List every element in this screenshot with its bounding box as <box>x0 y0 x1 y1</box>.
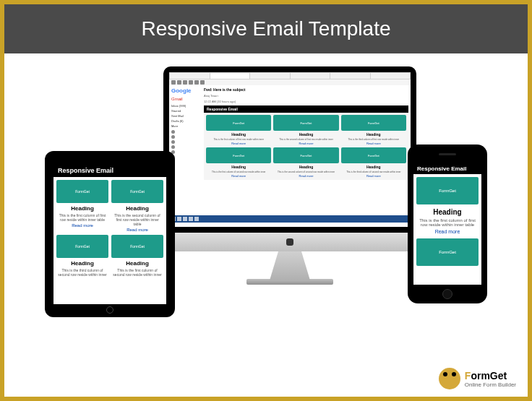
browser-tab[interactable] <box>170 73 210 79</box>
inner-frame: Responsive Email Template <box>4 4 528 397</box>
page-title: Responsive Email Template <box>4 4 528 53</box>
sidebar-item-starred[interactable]: Starred <box>171 109 200 113</box>
content-area: Google Gmail Inbox (999) Starred Sent Ma… <box>4 53 528 397</box>
card-link[interactable]: Read more <box>206 142 271 145</box>
card-text: This is the second column of first row r… <box>273 138 338 141</box>
sidebar-item-drafts[interactable]: Drafts (6) <box>171 119 200 123</box>
iphone-home-button[interactable] <box>442 289 452 299</box>
card-heading: Heading <box>206 132 271 137</box>
device-showcase: Google Gmail Inbox (999) Starred Sent Ma… <box>4 53 528 397</box>
card-image: FormGet <box>416 238 479 266</box>
card-link[interactable]: Read more <box>273 142 338 145</box>
browser-tab[interactable] <box>250 73 290 79</box>
bookmark-bar <box>169 79 411 85</box>
card-image: FormGet <box>341 147 406 163</box>
card-image: FormGet <box>56 180 108 203</box>
formget-mascot-icon <box>439 368 460 389</box>
gmail-interface: Google Gmail Inbox (999) Starred Sent Ma… <box>169 85 411 215</box>
bookmark-icon[interactable] <box>177 80 181 85</box>
browser-tab[interactable] <box>371 73 411 79</box>
card-text: This is the first column of second row r… <box>206 171 271 173</box>
card-heading: Heading <box>111 260 163 267</box>
card-text: This is the third column of second row r… <box>341 171 406 173</box>
email-card: FormGet Heading This is the third column… <box>341 147 406 178</box>
browser-tab[interactable] <box>291 73 330 79</box>
gmail-label[interactable]: Gmail <box>171 97 200 101</box>
formget-logo[interactable]: FormGet Online Form Builder <box>439 368 516 389</box>
email-card: FormGet Heading This is the third column… <box>341 115 406 145</box>
contact-row[interactable] <box>171 155 200 159</box>
bookmark-icon[interactable] <box>194 80 199 85</box>
ipad-card: FormGet Heading This is the first column… <box>111 235 163 277</box>
card-link[interactable]: Read more <box>416 229 479 234</box>
card-text: This is the first column of first row re… <box>56 213 108 222</box>
gmail-main: Fwd: Here is the subject Anuj Tiwari 12:… <box>202 85 411 215</box>
iphone-email-header: Responsive Email <box>413 163 481 174</box>
contact-row[interactable] <box>171 130 200 134</box>
avatar-icon <box>171 145 175 149</box>
card-text: This is the second column of first row r… <box>111 213 163 226</box>
card-text: This is the second column of second row … <box>273 171 338 173</box>
contact-row[interactable] <box>171 140 200 144</box>
formget-brand: FormGet <box>465 370 516 381</box>
sidebar-item-inbox[interactable]: Inbox (999) <box>171 104 200 108</box>
taskbar-icon[interactable] <box>177 217 181 221</box>
google-logo[interactable]: Google <box>171 87 200 94</box>
email-time: 12:22 AM (10 hours ago) <box>204 100 408 103</box>
formget-rest: ormGet <box>471 370 507 381</box>
card-link[interactable]: Read more <box>273 174 338 178</box>
card-link[interactable]: Read more <box>341 142 406 145</box>
card-heading: Heading <box>56 260 108 267</box>
chat-contacts <box>171 130 200 159</box>
sidebar-item-more[interactable]: More <box>171 124 200 128</box>
email-body-header: Responsive Email <box>204 105 408 113</box>
contact-row[interactable] <box>171 145 200 149</box>
card-link[interactable]: Read more <box>206 174 271 178</box>
bookmark-icon[interactable] <box>200 80 205 85</box>
card-image: FormGet <box>416 177 479 204</box>
formget-text: FormGet Online Form Builder <box>465 370 516 388</box>
imac-display: Google Gmail Inbox (999) Starred Sent Ma… <box>169 72 411 227</box>
email-subject: Fwd: Here is the subject <box>204 87 408 92</box>
card-image: FormGet <box>111 180 163 203</box>
card-link[interactable]: Read more <box>341 174 406 178</box>
ipad-card: FormGet Heading This is the second colum… <box>111 180 163 232</box>
browser-tab[interactable] <box>330 73 370 79</box>
email-card: FormGet Heading This is the first column… <box>206 115 271 145</box>
card-image: FormGet <box>341 115 406 131</box>
card-heading: Heading <box>273 165 338 169</box>
imac-device: Google Gmail Inbox (999) Starred Sent Ma… <box>163 66 416 285</box>
ipad-card: FormGet Heading This is the first column… <box>56 180 108 232</box>
ipad-device: Responsive Email FormGet Heading This is… <box>45 151 175 317</box>
browser-tab[interactable] <box>210 73 250 79</box>
sidebar-item-sent[interactable]: Sent Mail <box>171 114 200 118</box>
ipad-home-button[interactable] <box>106 306 113 314</box>
card-image: FormGet <box>111 235 163 258</box>
iphone-screen: Responsive Email FormGet Heading This is… <box>413 163 481 285</box>
ipad-screen: Responsive Email FormGet Heading This is… <box>53 164 166 304</box>
taskbar-icon[interactable] <box>194 217 199 221</box>
avatar-icon <box>171 140 175 144</box>
bookmark-icon[interactable] <box>171 80 176 85</box>
card-link[interactable]: Read more <box>111 228 163 232</box>
avatar-icon <box>171 135 175 139</box>
card-text: This is the first column of second row r… <box>111 268 163 277</box>
card-heading: Heading <box>206 165 271 169</box>
taskbar-icon[interactable] <box>183 217 187 221</box>
contact-row[interactable] <box>171 150 200 154</box>
imac-chin <box>163 233 416 251</box>
bookmark-icon[interactable] <box>189 80 193 85</box>
taskbar-icon[interactable] <box>189 217 193 221</box>
iphone-device: Responsive Email FormGet Heading This is… <box>408 145 487 303</box>
email-card-grid: FormGet Heading This is the first column… <box>204 113 408 180</box>
iphone-body: FormGet Heading This is the first column… <box>413 174 481 269</box>
formget-tagline: Online Form Builder <box>465 381 516 388</box>
email-card: FormGet Heading This is the second colum… <box>273 115 338 145</box>
ipad-email-header: Responsive Email <box>53 164 166 177</box>
card-heading: Heading <box>416 208 479 216</box>
bookmark-icon[interactable] <box>183 80 187 85</box>
card-text: This is the first column of first row re… <box>206 138 271 141</box>
ipad-card-grid: FormGet Heading This is the first column… <box>53 177 166 280</box>
contact-row[interactable] <box>171 135 200 139</box>
card-link[interactable]: Read more <box>56 223 108 228</box>
